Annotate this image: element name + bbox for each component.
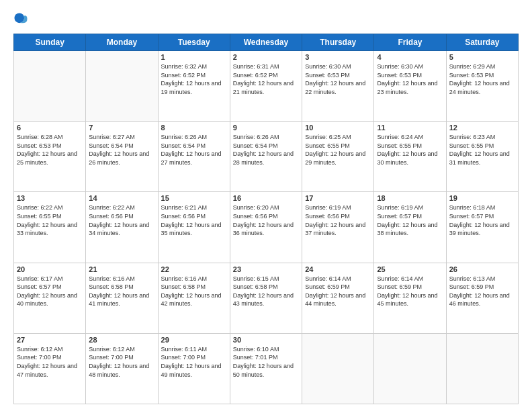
day-info: Sunrise: 6:12 AMSunset: 7:00 PMDaylight:… bbox=[17, 345, 83, 379]
day-number: 8 bbox=[161, 124, 227, 132]
calendar-cell: 10Sunrise: 6:25 AMSunset: 6:55 PMDayligh… bbox=[302, 122, 374, 192]
calendar-cell: 25Sunrise: 6:14 AMSunset: 6:59 PMDayligh… bbox=[374, 263, 446, 333]
calendar-cell: 16Sunrise: 6:20 AMSunset: 6:56 PMDayligh… bbox=[230, 192, 302, 263]
calendar-cell: 15Sunrise: 6:21 AMSunset: 6:56 PMDayligh… bbox=[158, 192, 230, 263]
day-info: Sunrise: 6:31 AMSunset: 6:52 PMDaylight:… bbox=[233, 62, 299, 96]
day-number: 19 bbox=[449, 194, 515, 202]
day-info: Sunrise: 6:28 AMSunset: 6:53 PMDaylight:… bbox=[17, 133, 83, 167]
calendar-week-row: 6Sunrise: 6:28 AMSunset: 6:53 PMDaylight… bbox=[14, 122, 519, 192]
day-number: 1 bbox=[161, 53, 227, 61]
day-info: Sunrise: 6:20 AMSunset: 6:56 PMDaylight:… bbox=[233, 203, 299, 237]
day-info: Sunrise: 6:23 AMSunset: 6:55 PMDaylight:… bbox=[449, 133, 515, 167]
calendar-header: SundayMondayTuesdayWednesdayThursdayFrid… bbox=[14, 34, 519, 51]
calendar-cell: 18Sunrise: 6:19 AMSunset: 6:57 PMDayligh… bbox=[374, 192, 446, 263]
day-info: Sunrise: 6:11 AMSunset: 7:00 PMDaylight:… bbox=[161, 345, 227, 379]
calendar-cell bbox=[446, 333, 518, 404]
day-info: Sunrise: 6:19 AMSunset: 6:57 PMDaylight:… bbox=[377, 203, 443, 237]
calendar-cell: 7Sunrise: 6:27 AMSunset: 6:54 PMDaylight… bbox=[86, 122, 158, 192]
calendar-cell: 2Sunrise: 6:31 AMSunset: 6:52 PMDaylight… bbox=[230, 51, 302, 122]
day-info: Sunrise: 6:14 AMSunset: 6:59 PMDaylight:… bbox=[377, 275, 443, 308]
calendar-week-row: 13Sunrise: 6:22 AMSunset: 6:55 PMDayligh… bbox=[14, 192, 519, 263]
day-info: Sunrise: 6:16 AMSunset: 6:58 PMDaylight:… bbox=[89, 275, 154, 308]
day-number: 5 bbox=[449, 53, 515, 61]
day-info: Sunrise: 6:15 AMSunset: 6:58 PMDaylight:… bbox=[233, 275, 299, 308]
day-info: Sunrise: 6:18 AMSunset: 6:57 PMDaylight:… bbox=[449, 203, 515, 237]
day-info: Sunrise: 6:30 AMSunset: 6:53 PMDaylight:… bbox=[305, 62, 371, 96]
header bbox=[13, 12, 519, 27]
day-number: 22 bbox=[161, 265, 227, 273]
calendar-cell: 27Sunrise: 6:12 AMSunset: 7:00 PMDayligh… bbox=[14, 333, 86, 404]
day-number: 15 bbox=[161, 194, 227, 202]
day-number: 10 bbox=[305, 124, 371, 132]
day-number: 4 bbox=[377, 53, 443, 61]
day-info: Sunrise: 6:10 AMSunset: 7:01 PMDaylight:… bbox=[233, 345, 299, 379]
day-info: Sunrise: 6:12 AMSunset: 7:00 PMDaylight:… bbox=[89, 345, 154, 379]
day-info: Sunrise: 6:16 AMSunset: 6:58 PMDaylight:… bbox=[161, 275, 227, 308]
calendar-cell bbox=[14, 51, 86, 122]
day-number: 13 bbox=[17, 194, 83, 202]
day-number: 12 bbox=[449, 124, 515, 132]
day-number: 2 bbox=[233, 53, 299, 61]
calendar-cell: 1Sunrise: 6:32 AMSunset: 6:52 PMDaylight… bbox=[158, 51, 230, 122]
day-info: Sunrise: 6:26 AMSunset: 6:54 PMDaylight:… bbox=[233, 133, 299, 167]
day-number: 29 bbox=[161, 336, 227, 344]
day-info: Sunrise: 6:21 AMSunset: 6:56 PMDaylight:… bbox=[161, 203, 227, 237]
day-number: 24 bbox=[305, 265, 371, 273]
day-number: 9 bbox=[233, 124, 299, 132]
calendar-cell bbox=[86, 51, 158, 122]
calendar-week-row: 1Sunrise: 6:32 AMSunset: 6:52 PMDaylight… bbox=[14, 51, 519, 122]
day-info: Sunrise: 6:14 AMSunset: 6:59 PMDaylight:… bbox=[305, 275, 371, 308]
day-number: 14 bbox=[89, 194, 154, 202]
day-info: Sunrise: 6:32 AMSunset: 6:52 PMDaylight:… bbox=[161, 62, 227, 96]
calendar-cell: 3Sunrise: 6:30 AMSunset: 6:53 PMDaylight… bbox=[302, 51, 374, 122]
day-info: Sunrise: 6:30 AMSunset: 6:53 PMDaylight:… bbox=[377, 62, 443, 96]
calendar-cell: 12Sunrise: 6:23 AMSunset: 6:55 PMDayligh… bbox=[446, 122, 518, 192]
day-info: Sunrise: 6:13 AMSunset: 6:59 PMDaylight:… bbox=[449, 275, 515, 308]
day-info: Sunrise: 6:24 AMSunset: 6:55 PMDaylight:… bbox=[377, 133, 443, 167]
day-number: 17 bbox=[305, 194, 371, 202]
calendar-cell: 8Sunrise: 6:26 AMSunset: 6:54 PMDaylight… bbox=[158, 122, 230, 192]
calendar-cell: 24Sunrise: 6:14 AMSunset: 6:59 PMDayligh… bbox=[302, 263, 374, 333]
calendar-cell: 21Sunrise: 6:16 AMSunset: 6:58 PMDayligh… bbox=[86, 263, 158, 333]
weekday-header: Tuesday bbox=[158, 34, 230, 51]
calendar-cell: 5Sunrise: 6:29 AMSunset: 6:53 PMDaylight… bbox=[446, 51, 518, 122]
calendar-cell: 30Sunrise: 6:10 AMSunset: 7:01 PMDayligh… bbox=[230, 333, 302, 404]
calendar-cell: 13Sunrise: 6:22 AMSunset: 6:55 PMDayligh… bbox=[14, 192, 86, 263]
calendar-cell: 11Sunrise: 6:24 AMSunset: 6:55 PMDayligh… bbox=[374, 122, 446, 192]
day-number: 21 bbox=[89, 265, 154, 273]
weekday-header: Thursday bbox=[302, 34, 374, 51]
calendar-cell: 20Sunrise: 6:17 AMSunset: 6:57 PMDayligh… bbox=[14, 263, 86, 333]
logo-icon bbox=[13, 12, 28, 27]
day-info: Sunrise: 6:22 AMSunset: 6:55 PMDaylight:… bbox=[17, 203, 83, 237]
calendar-cell: 4Sunrise: 6:30 AMSunset: 6:53 PMDaylight… bbox=[374, 51, 446, 122]
calendar-cell bbox=[302, 333, 374, 404]
day-number: 16 bbox=[233, 194, 299, 202]
weekday-header: Monday bbox=[86, 34, 158, 51]
day-number: 23 bbox=[233, 265, 299, 273]
calendar-cell: 26Sunrise: 6:13 AMSunset: 6:59 PMDayligh… bbox=[446, 263, 518, 333]
calendar-table: SundayMondayTuesdayWednesdayThursdayFrid… bbox=[13, 34, 519, 404]
day-info: Sunrise: 6:22 AMSunset: 6:56 PMDaylight:… bbox=[89, 203, 154, 237]
calendar-cell bbox=[374, 333, 446, 404]
weekday-header: Friday bbox=[374, 34, 446, 51]
day-number: 11 bbox=[377, 124, 443, 132]
day-number: 26 bbox=[449, 265, 515, 273]
weekday-header: Wednesday bbox=[230, 34, 302, 51]
logo bbox=[13, 12, 31, 27]
weekday-header: Saturday bbox=[446, 34, 518, 51]
day-number: 7 bbox=[89, 124, 154, 132]
day-info: Sunrise: 6:25 AMSunset: 6:55 PMDaylight:… bbox=[305, 133, 371, 167]
calendar-cell: 14Sunrise: 6:22 AMSunset: 6:56 PMDayligh… bbox=[86, 192, 158, 263]
calendar-cell: 9Sunrise: 6:26 AMSunset: 6:54 PMDaylight… bbox=[230, 122, 302, 192]
day-info: Sunrise: 6:27 AMSunset: 6:54 PMDaylight:… bbox=[89, 133, 154, 167]
calendar-cell: 6Sunrise: 6:28 AMSunset: 6:53 PMDaylight… bbox=[14, 122, 86, 192]
day-number: 25 bbox=[377, 265, 443, 273]
day-number: 3 bbox=[305, 53, 371, 61]
day-number: 27 bbox=[17, 336, 83, 344]
calendar-week-row: 27Sunrise: 6:12 AMSunset: 7:00 PMDayligh… bbox=[14, 333, 519, 404]
calendar-cell: 22Sunrise: 6:16 AMSunset: 6:58 PMDayligh… bbox=[158, 263, 230, 333]
day-number: 18 bbox=[377, 194, 443, 202]
calendar-cell: 29Sunrise: 6:11 AMSunset: 7:00 PMDayligh… bbox=[158, 333, 230, 404]
day-number: 30 bbox=[233, 336, 299, 344]
day-number: 6 bbox=[17, 124, 83, 132]
